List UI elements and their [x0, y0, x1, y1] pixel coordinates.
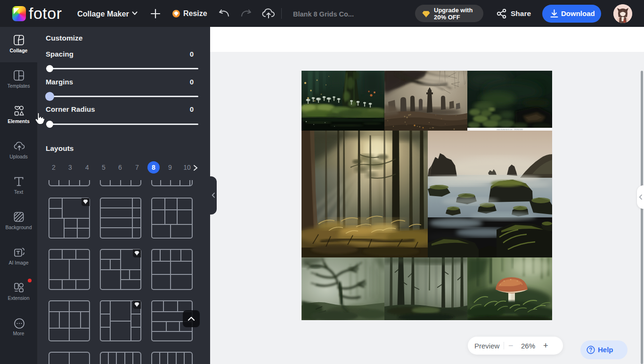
svg-text:www.shutterstock.com · 2313641: www.shutterstock.com · 2313641432 [497, 129, 523, 131]
